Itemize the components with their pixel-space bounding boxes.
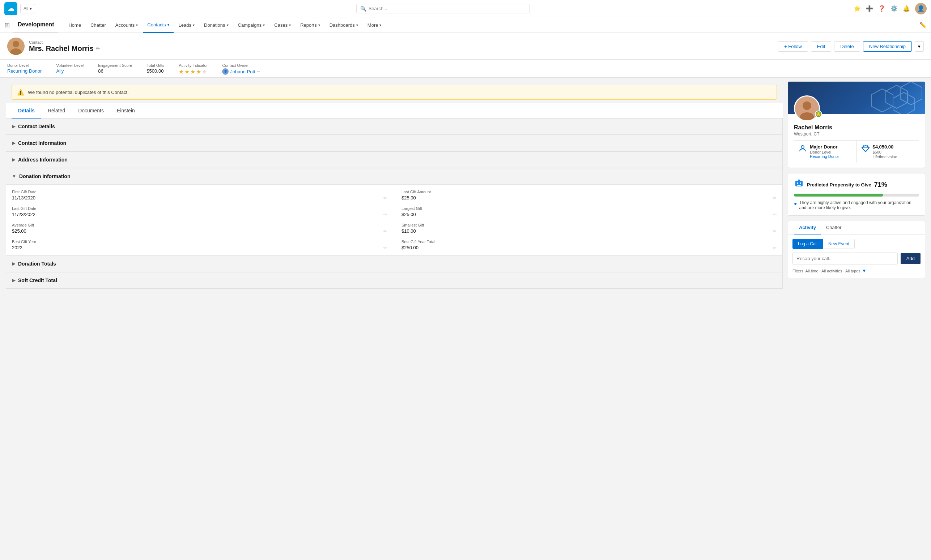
- sub-tab-new-event[interactable]: New Event: [823, 239, 855, 249]
- user-avatar[interactable]: 👤: [915, 3, 927, 14]
- nav-home-label: Home: [68, 22, 81, 28]
- star-1: ★: [179, 68, 184, 75]
- nav-item-campaigns[interactable]: Campaigns ▾: [234, 17, 269, 33]
- search-filter-label: All: [23, 6, 28, 11]
- actions-dropdown-button[interactable]: ▾: [915, 41, 924, 52]
- help-icon[interactable]: ❓: [878, 5, 885, 12]
- nav-item-home[interactable]: Home: [64, 17, 85, 33]
- smallest-gift-edit[interactable]: ✏: [773, 229, 777, 234]
- soft-credit-section: ▶ Soft Credit Total: [6, 272, 783, 289]
- nav-item-dashboards[interactable]: Dashboards ▾: [325, 17, 363, 33]
- profile-card-body: Rachel Morris Westport, CT Major Donor: [788, 114, 925, 168]
- main-layout: ⚠️ We found no potential duplicates of t…: [0, 78, 931, 294]
- contacts-chevron: ▾: [167, 23, 169, 27]
- svg-marker-5: [871, 89, 893, 112]
- nav-item-reports[interactable]: Reports ▾: [296, 17, 324, 33]
- propensity-bar: [794, 194, 919, 197]
- contact-details-header[interactable]: ▶ Contact Details: [6, 118, 782, 135]
- nav-item-donations[interactable]: Donations ▾: [200, 17, 233, 33]
- nav-donations-label: Donations: [204, 22, 225, 28]
- soft-credit-chevron: ▶: [12, 278, 15, 283]
- nav-item-more[interactable]: More ▾: [363, 17, 386, 33]
- svg-point-17: [800, 182, 801, 184]
- soft-credit-header[interactable]: ▶ Soft Credit Total: [6, 272, 782, 289]
- profile-location: Westport, CT: [794, 132, 919, 137]
- lifetime-value-title: $4,050.00: [873, 144, 897, 149]
- follow-button[interactable]: + Follow: [778, 41, 808, 52]
- last-gift-date-edit[interactable]: ✏: [383, 212, 387, 217]
- nav-item-leads[interactable]: Leads ▾: [174, 17, 199, 33]
- last-gift-date-value: 11/23/2022: [12, 212, 36, 217]
- average-gift-edit[interactable]: ✏: [383, 229, 387, 234]
- tab-einstein[interactable]: Einstein: [110, 103, 141, 118]
- volunteer-level-value[interactable]: Ally: [56, 68, 83, 74]
- nav-accounts-label: Accounts: [115, 22, 134, 28]
- contact-name-edit-icon[interactable]: ✏: [96, 46, 100, 51]
- activity-input-row: Add: [792, 252, 920, 265]
- best-gift-year-total-edit[interactable]: ✏: [773, 245, 777, 250]
- contact-information-header[interactable]: ▶ Contact Information: [6, 135, 782, 151]
- nav-item-contacts[interactable]: Contacts ▾: [143, 17, 173, 33]
- best-gift-year-edit[interactable]: ✏: [383, 245, 387, 250]
- activity-panel: Activity Chatter Log a Call New Event Ad…: [788, 221, 925, 278]
- donation-totals-header[interactable]: ▶ Donation Totals: [6, 256, 782, 272]
- bell-icon[interactable]: 🔔: [903, 5, 910, 12]
- svg-rect-19: [798, 180, 800, 181]
- average-gift-value: $25.00: [12, 228, 26, 234]
- search-icon: 🔍: [360, 6, 366, 12]
- donation-information-header[interactable]: ▼ Donation Information: [6, 168, 782, 185]
- profile-card-header: 😊: [788, 82, 925, 114]
- last-gift-amount-value: $25.00: [401, 195, 416, 200]
- tab-details[interactable]: Details: [12, 103, 41, 118]
- favorites-icon[interactable]: ⭐: [854, 5, 861, 12]
- nav-leads-label: Leads: [179, 22, 191, 28]
- propensity-percent: 71%: [874, 181, 887, 189]
- largest-gift-edit[interactable]: ✏: [773, 212, 777, 217]
- sub-tab-log-call[interactable]: Log a Call: [792, 239, 823, 249]
- activity-tab-activity[interactable]: Activity: [794, 221, 821, 234]
- best-gift-year-field: Best Gift Year 2022 ✏: [12, 240, 387, 250]
- new-relationship-button[interactable]: New Relationship: [863, 41, 912, 52]
- smallest-gift-field: Smallest Gift $10.00 ✏: [401, 223, 777, 234]
- search-input[interactable]: [369, 6, 526, 11]
- nav-cases-label: Cases: [274, 22, 287, 28]
- recap-input[interactable]: [792, 252, 898, 265]
- delete-button[interactable]: Delete: [834, 41, 860, 52]
- record-header-actions: + Follow Edit Delete New Relationship ▾: [778, 41, 924, 52]
- reports-chevron: ▾: [318, 23, 320, 27]
- nav-item-accounts[interactable]: Accounts ▾: [111, 17, 142, 33]
- record-details-row: Donor Level Recurring Donor Volunteer Le…: [0, 60, 931, 78]
- nav-item-chatter[interactable]: Chatter: [86, 17, 110, 33]
- edit-button[interactable]: Edit: [811, 41, 831, 52]
- top-bar: ☁ All ▾ 🔍 ⭐ ➕ ❓ ⚙️ 🔔 👤: [0, 0, 931, 17]
- tab-related[interactable]: Related: [41, 103, 72, 118]
- nav-item-cases[interactable]: Cases ▾: [270, 17, 295, 33]
- owner-edit-icon[interactable]: ✏: [257, 69, 260, 74]
- add-icon[interactable]: ➕: [866, 5, 873, 12]
- star-2: ★: [184, 68, 190, 75]
- address-information-chevron: ▶: [12, 157, 15, 162]
- total-gifts-label: Total Gifts: [147, 63, 164, 68]
- tab-documents[interactable]: Documents: [72, 103, 110, 118]
- last-gift-amount-edit[interactable]: ✏: [773, 195, 777, 200]
- contact-name: Mrs. Rachel Morris ✏: [29, 45, 100, 53]
- svg-marker-3: [886, 85, 908, 108]
- last-gift-amount-label: Last Gift Amount: [401, 190, 777, 194]
- activity-tab-chatter[interactable]: Chatter: [821, 221, 847, 234]
- total-gifts-block: Total Gifts $500.00: [147, 63, 164, 74]
- owner-name[interactable]: Johann Pott: [230, 69, 255, 74]
- add-button[interactable]: Add: [901, 253, 920, 264]
- app-grid-icon[interactable]: ⊞: [4, 21, 10, 29]
- nav-edit-icon[interactable]: ✏️: [919, 22, 927, 29]
- donor-level-value[interactable]: Recurring Donor: [7, 68, 42, 74]
- filter-icon[interactable]: ▼: [862, 268, 867, 274]
- settings-icon[interactable]: ⚙️: [891, 5, 898, 12]
- address-information-header[interactable]: ▶ Address Information: [6, 152, 782, 168]
- activity-indicator-block: Activity Indicator ★ ★ ★ ★ ★: [179, 63, 208, 75]
- record-header: Contact Mrs. Rachel Morris ✏ + Follow Ed…: [0, 33, 931, 60]
- nav-bar: ⊞ Development Home Chatter Accounts ▾ Co…: [0, 17, 931, 33]
- first-gift-date-edit[interactable]: ✏: [383, 195, 387, 200]
- propensity-card: Predicted Propensity to Give 71% ● They …: [788, 173, 925, 216]
- profile-card: 😊 Rachel Morris Westport, CT: [788, 81, 925, 168]
- search-filter-pill[interactable]: All ▾: [20, 4, 35, 13]
